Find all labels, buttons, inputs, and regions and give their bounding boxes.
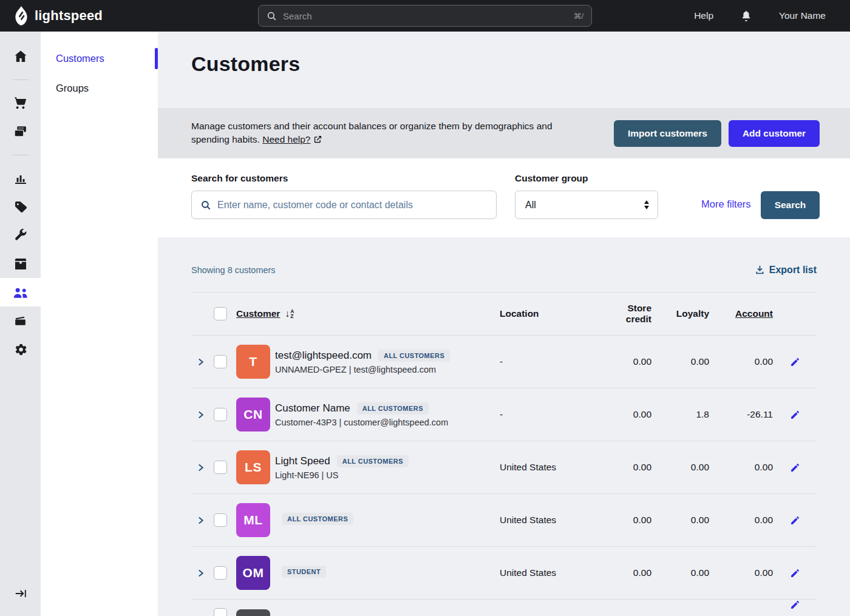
info-banner: Manage customers and their account balan… <box>158 108 850 158</box>
topbar: lightspeed ⌘/ Help Your Name <box>0 0 850 32</box>
sidebar-item-sell[interactable] <box>0 89 41 117</box>
table-row <box>191 599 817 616</box>
sidebar-item-inventory[interactable] <box>0 249 41 278</box>
sidebar-item-setup-tools[interactable] <box>0 221 41 249</box>
edit-customer-button[interactable] <box>773 410 817 420</box>
customer-name: Light Speed <box>275 455 330 467</box>
store-icon <box>13 313 28 328</box>
expand-row-chevron[interactable] <box>191 569 209 577</box>
select-all-checkbox[interactable] <box>214 307 227 320</box>
avatar <box>236 609 270 616</box>
store-credit-cell: 0.00 <box>603 515 651 526</box>
expand-row-chevron[interactable] <box>191 358 209 366</box>
subnav: Customers Groups <box>41 32 158 616</box>
customer-subtitle: UNNAMED-GPEZ | test@lightspeed.com <box>275 365 494 374</box>
table-row: CN Customer Name ALL CUSTOMERS Customer-… <box>191 388 817 441</box>
store-credit-cell: 0.00 <box>603 462 651 473</box>
subnav-item-groups[interactable]: Groups <box>41 73 158 103</box>
notifications-bell-icon[interactable] <box>740 9 752 22</box>
expand-row-chevron[interactable] <box>191 516 209 524</box>
banner-description: Manage customers and their account balan… <box>191 121 552 144</box>
customer-name: Customer Name <box>275 402 350 415</box>
brand-name: lightspeed <box>35 8 103 24</box>
customer-group-badge: ALL CUSTOMERS <box>378 350 450 362</box>
location-cell: United States <box>500 462 603 473</box>
loyalty-cell: 0.00 <box>651 567 709 578</box>
column-header-account[interactable]: Account <box>709 308 773 319</box>
add-customer-button[interactable]: Add customer <box>729 120 820 147</box>
loyalty-cell: 1.8 <box>651 409 709 420</box>
table-row: ML ALL CUSTOMERS United States 0.00 0.00… <box>191 493 817 546</box>
customer-group-select[interactable]: All <box>515 191 658 219</box>
customer-group-badge: ALL CUSTOMERS <box>357 402 429 415</box>
pencil-icon <box>790 357 800 367</box>
edit-customer-button[interactable] <box>773 568 817 578</box>
sidebar-item-home[interactable] <box>0 42 41 70</box>
sidebar-item-store[interactable] <box>0 306 41 335</box>
row-checkbox[interactable] <box>214 566 227 580</box>
wrench-icon <box>13 228 28 243</box>
external-link-icon <box>313 134 322 147</box>
search-button[interactable]: Search <box>761 191 820 219</box>
home-icon <box>13 49 28 64</box>
customer-name-cell <box>275 600 500 603</box>
store-credit-cell: 0.00 <box>603 567 651 578</box>
account-cell: 0.00 <box>709 462 773 473</box>
cart-icon <box>13 95 28 110</box>
customer-subtitle: Light-NE96 | US <box>275 470 494 480</box>
edit-customer-button[interactable] <box>773 515 817 526</box>
more-filters-link[interactable]: More filters <box>701 198 751 210</box>
sidebar-collapse-button[interactable] <box>0 579 41 608</box>
row-checkbox[interactable] <box>214 408 227 421</box>
expand-row-chevron[interactable] <box>191 464 209 472</box>
sidebar-item-settings[interactable] <box>0 335 41 364</box>
table-body: T test@lightspeed.com ALL CUSTOMERS UNNA… <box>191 335 817 616</box>
user-menu[interactable]: Your Name <box>779 10 826 21</box>
export-list-button[interactable]: Export list <box>755 265 817 276</box>
account-cell: 0.00 <box>709 356 773 367</box>
avatar: ML <box>236 503 270 537</box>
edit-customer-button[interactable] <box>773 357 817 367</box>
edit-customer-button[interactable] <box>773 600 817 610</box>
location-cell: United States <box>500 515 603 526</box>
customer-name-cell: Customer Name ALL CUSTOMERS Customer-43P… <box>275 402 500 427</box>
location-cell: - <box>500 409 603 420</box>
results-summary: Showing 8 customers <box>191 265 276 275</box>
edit-customer-button[interactable] <box>773 462 817 473</box>
customer-group-badge: ALL CUSTOMERS <box>337 455 409 467</box>
sidebar-item-catalog[interactable] <box>0 192 41 221</box>
help-link[interactable]: Help <box>694 10 713 21</box>
import-customers-button[interactable]: Import customers <box>614 120 721 147</box>
tag-icon <box>13 200 28 214</box>
page-title: Customers <box>191 52 850 76</box>
column-header-customer[interactable]: Customer <box>236 308 280 319</box>
customer-search-input[interactable] <box>217 200 488 211</box>
sidebar-item-customers[interactable] <box>0 278 41 306</box>
customers-icon <box>12 285 29 300</box>
row-checkbox[interactable] <box>214 461 227 474</box>
sidebar-item-reporting[interactable] <box>0 164 41 192</box>
customer-search-field[interactable] <box>191 191 497 219</box>
customer-group-badge: STUDENT <box>282 566 326 578</box>
column-header-loyalty: Loyalty <box>651 308 709 319</box>
need-help-link[interactable]: Need help? <box>262 134 310 144</box>
sidebar-item-register[interactable] <box>0 117 41 146</box>
row-checkbox[interactable] <box>214 355 227 368</box>
sort-az-icon[interactable]: ↓ AZ <box>285 308 294 319</box>
customer-name-cell: ALL CUSTOMERS <box>275 513 500 528</box>
row-checkbox[interactable] <box>214 608 227 616</box>
subnav-item-customers[interactable]: Customers <box>41 44 158 73</box>
customer-group-value: All <box>525 200 536 211</box>
table-row: T test@lightspeed.com ALL CUSTOMERS UNNA… <box>191 335 817 388</box>
customer-search-label: Search for customers <box>191 173 288 184</box>
collapse-icon <box>14 587 27 600</box>
lightspeed-flame-icon <box>13 6 29 25</box>
inventory-box-icon <box>13 257 28 271</box>
global-search[interactable]: ⌘/ <box>258 5 592 27</box>
row-checkbox[interactable] <box>214 513 227 527</box>
global-search-input[interactable] <box>283 11 567 21</box>
expand-row-chevron[interactable] <box>191 411 209 419</box>
store-credit-cell: 0.00 <box>603 409 651 420</box>
location-cell: United States <box>500 567 603 578</box>
search-icon <box>267 11 277 21</box>
